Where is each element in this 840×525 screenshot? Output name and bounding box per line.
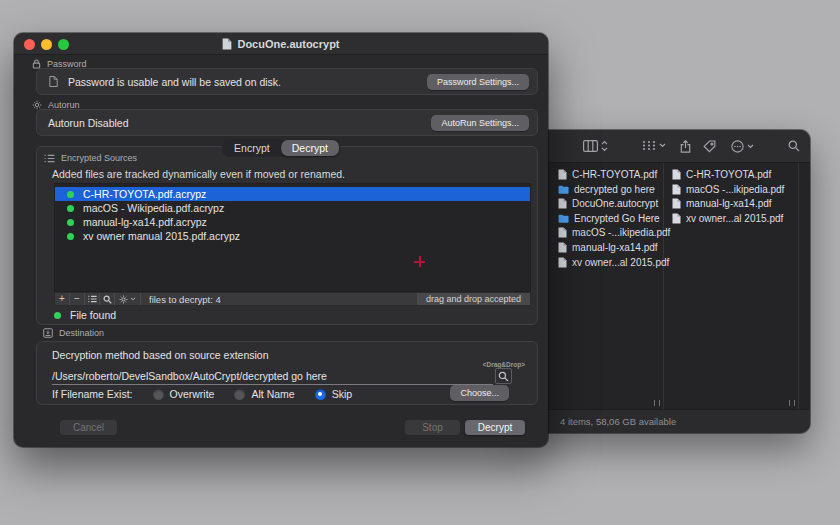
destination-box: Decryption method based on source extens… <box>36 341 538 405</box>
finder-row[interactable]: macOS -...ikipedia.pdf <box>558 225 670 239</box>
actions-menu-button[interactable] <box>115 293 141 305</box>
title-bar[interactable]: DocuOne.autocrypt <box>14 33 548 55</box>
finder-status-bar: 4 items, 58,06 GB available <box>520 409 810 433</box>
reveal-path-button[interactable] <box>495 368 512 384</box>
document-icon <box>558 169 567 180</box>
finder-file-name: decrypted go here <box>574 184 655 195</box>
sources-list[interactable]: C-HR-TOYOTA.pdf.acrypz macOS - Wikipedia… <box>54 183 531 292</box>
list-item-selected[interactable]: C-HR-TOYOTA.pdf.acrypz <box>55 187 530 201</box>
document-icon <box>558 242 567 253</box>
finder-file-name: manual-lg-xa14.pdf <box>686 198 772 209</box>
radio-overwrite[interactable]: Overwrite <box>153 388 215 400</box>
file-name: xv owner manual 2015.pdf.acrypz <box>83 230 240 242</box>
finder-file-name: C-HR-TOYOTA.pdf <box>686 169 771 180</box>
document-icon <box>222 38 232 50</box>
document-icon <box>558 227 567 238</box>
list-view-button[interactable] <box>85 293 100 305</box>
finder-row[interactable]: DocuOne.autocrypt <box>558 196 658 210</box>
list-icon <box>44 154 55 163</box>
list-item[interactable]: xv owner manual 2015.pdf.acrypz <box>55 229 530 243</box>
group-by-icon[interactable] <box>642 140 666 151</box>
updown-chevron-icon <box>601 140 608 152</box>
finder-file-name: Encrypted Go Here <box>574 213 660 224</box>
search-icon <box>103 295 112 304</box>
radio-skip[interactable]: Skip <box>315 388 352 400</box>
column-view-icon[interactable] <box>583 140 608 152</box>
sources-info-text: Added files are tracked dynamically even… <box>52 168 345 180</box>
finder-row[interactable]: macOS -...ikipedia.pdf <box>672 182 784 196</box>
finder-status-text: 4 items, 58,06 GB available <box>560 416 676 427</box>
finder-row[interactable]: manual-lg-xa14.pdf <box>558 240 658 254</box>
radio-icon-selected[interactable] <box>315 389 326 400</box>
chevron-down-icon <box>659 143 666 148</box>
document-icon <box>672 198 681 209</box>
autorun-settings-button[interactable]: AutoRun Settings... <box>431 115 529 131</box>
list-icon <box>88 295 97 303</box>
zoom-button[interactable] <box>58 39 69 50</box>
column-resize-handle[interactable] <box>654 400 660 406</box>
choose-button[interactable]: Choose... <box>450 385 509 401</box>
finder-row[interactable]: xv owner...al 2015.pdf <box>672 211 783 225</box>
stop-button[interactable]: Stop <box>405 420 460 435</box>
radio-icon[interactable] <box>234 389 245 400</box>
autorun-status-text: Autorun Disabled <box>48 117 421 129</box>
destination-path-field[interactable]: /Users/roberto/DevelSandbox/AutoCrypt/de… <box>52 368 493 385</box>
status-dot <box>54 312 61 319</box>
sources-section-label: Encrypted Sources <box>44 153 137 163</box>
minimize-button[interactable] <box>41 39 52 50</box>
column-divider[interactable] <box>798 163 799 409</box>
document-icon <box>558 257 567 268</box>
document-icon <box>672 169 681 180</box>
finder-row[interactable]: manual-lg-xa14.pdf <box>672 196 772 210</box>
more-actions-icon[interactable] <box>731 140 754 153</box>
list-item[interactable]: manual-lg-xa14.pdf.acrypz <box>55 215 530 229</box>
remove-button[interactable]: − <box>70 293 85 305</box>
status-dot <box>67 233 74 240</box>
search-icon[interactable] <box>788 140 800 152</box>
file-found-status: File found <box>54 309 116 321</box>
radio-alt-name[interactable]: Alt Name <box>234 388 294 400</box>
chevron-down-icon <box>747 144 754 149</box>
drag-drop-hint: drag and drop accepted <box>417 293 530 305</box>
encrypted-sources-box: Encrypted Sources Added files are tracke… <box>36 146 538 325</box>
column-resize-handle[interactable] <box>789 400 795 406</box>
finder-row[interactable]: Encrypted Go Here › <box>558 211 660 225</box>
mode-tabs: Encrypt Decrypt <box>222 139 340 157</box>
finder-row-selected[interactable]: decrypted go here › <box>558 182 655 196</box>
tab-decrypt[interactable]: Decrypt <box>281 140 339 156</box>
finder-window: C-HR-TOYOTA.pdf decrypted go here › Docu… <box>520 130 810 433</box>
method-text: Decryption method based on source extens… <box>52 349 269 361</box>
list-item[interactable]: macOS - Wikipedia.pdf.acrypz <box>55 201 530 215</box>
finder-file-name: C-HR-TOYOTA.pdf <box>572 169 657 180</box>
files-count-text: files to decrypt: 4 <box>149 294 221 305</box>
tab-encrypt[interactable]: Encrypt <box>223 140 281 156</box>
traffic-lights <box>24 39 69 50</box>
status-dot <box>67 205 74 212</box>
folder-icon <box>558 185 569 194</box>
finder-row[interactable]: C-HR-TOYOTA.pdf <box>672 167 771 181</box>
close-button[interactable] <box>24 39 35 50</box>
column-divider[interactable] <box>663 163 664 409</box>
radio-icon[interactable] <box>153 389 164 400</box>
radio-label: Skip <box>332 388 352 400</box>
finder-file-name: xv owner...al 2015.pdf <box>686 213 783 224</box>
search-button[interactable] <box>100 293 115 305</box>
finder-file-name: macOS -...ikipedia.pdf <box>572 227 670 238</box>
password-status-text: Password is usable and will be saved on … <box>68 76 417 88</box>
finder-row[interactable]: xv owner...al 2015.pdf <box>558 255 669 269</box>
tag-icon[interactable] <box>703 140 716 153</box>
radio-label: Alt Name <box>251 388 294 400</box>
cancel-button[interactable]: Cancel <box>60 420 117 435</box>
decrypt-button[interactable]: Decrypt <box>465 420 525 435</box>
add-button[interactable]: + <box>55 293 70 305</box>
file-found-text: File found <box>70 309 116 321</box>
finder-row[interactable]: C-HR-TOYOTA.pdf <box>558 167 657 181</box>
destination-section-label: Destination <box>43 328 104 338</box>
password-settings-button[interactable]: Password Settings... <box>427 74 529 90</box>
search-icon <box>498 371 509 382</box>
chevron-down-icon <box>130 297 136 301</box>
chevron-right-icon: › <box>654 213 657 223</box>
document-icon <box>672 213 681 224</box>
share-icon[interactable] <box>680 140 691 153</box>
destination-label-text: Destination <box>59 328 104 338</box>
